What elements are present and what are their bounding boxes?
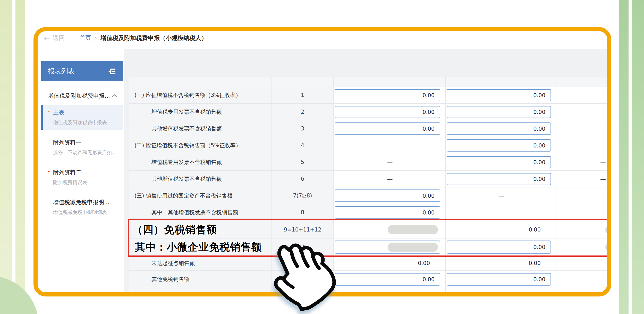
- tutorial-slide: ← 返回 首页 › 增值税及附加税费申报（小规模纳税人） (一) 应征增值税不含…: [0, 0, 644, 314]
- amount-input[interactable]: 0.00: [335, 206, 440, 219]
- dash-placeholder: —: [334, 159, 445, 166]
- row-label: (五) 出口免税销售额: [129, 288, 272, 296]
- value-cell: —: [334, 171, 446, 187]
- value-cell: [334, 221, 446, 238]
- row-label: （四）免税销售额: [129, 221, 272, 238]
- breadcrumb-home-link[interactable]: 首页: [80, 34, 91, 42]
- table-row: (三) 销售使用过的固定资产不含税销售额7(7≥8)0.00—: [129, 187, 611, 204]
- row-number: [272, 77, 334, 87]
- value-cell: —: [446, 204, 556, 221]
- row-label: 其他增值税发票不含税销售额: [129, 171, 272, 187]
- sidebar-header: 报表列表: [41, 61, 123, 81]
- amount-input[interactable]: 0.00: [447, 89, 551, 101]
- value-cell: 0.00: [334, 256, 446, 270]
- right-outer-deco-bar: [632, 0, 644, 314]
- value-cell: 0.00: [334, 271, 446, 288]
- value-cell: [556, 187, 611, 204]
- value-cell: 0.00: [334, 288, 446, 296]
- dash-placeholder: —: [334, 176, 445, 182]
- row-number: 2: [272, 104, 334, 120]
- value-cell: [556, 87, 611, 103]
- dash-placeholder: —: [556, 176, 611, 182]
- sidebar-item-title: 附列资料一: [53, 139, 121, 146]
- value-cell: [556, 238, 611, 256]
- value-cell: 0.00: [446, 221, 556, 238]
- table-row: (一) 应征增值税不含税销售额（3%征收率）10.000.00: [129, 87, 611, 104]
- amount-input[interactable]: 0.00: [335, 122, 440, 135]
- value-cell: 0.00: [446, 104, 556, 120]
- row-label: (一) 应征增值税不含税销售额（3%征收率）: [129, 87, 272, 103]
- amount-input[interactable]: 0.00: [335, 106, 440, 118]
- masked-value: [605, 225, 611, 234]
- value-cell: [446, 77, 556, 87]
- row-number: 5: [272, 154, 334, 170]
- sidebar-item-vat-reduction[interactable]: 增值税减免税申报明... 增值税减免税申报明细表: [41, 195, 123, 219]
- back-arrow-icon[interactable]: ←: [44, 34, 50, 42]
- chevron-up-icon: [112, 94, 117, 98]
- amount-input[interactable]: 0.00: [447, 241, 551, 254]
- value-cell: 0.00: [446, 154, 556, 170]
- value-cell: —: [334, 154, 446, 170]
- table-row: 未达起征点销售额0.000.00: [129, 256, 611, 271]
- declaration-table: (一) 应征增值税不含税销售额（3%征收率）10.000.00增值税专用发票不含…: [129, 77, 611, 296]
- sidebar-item-subtitle: 增值税及附加税费申报表: [53, 119, 121, 126]
- required-mark: *: [47, 169, 50, 176]
- table-row: 增值税专用发票不含税销售额20.000.00: [129, 104, 611, 120]
- amount-value: 0.00: [418, 260, 430, 266]
- left-inner-deco-bar: [15, 0, 25, 314]
- value-cell: [556, 120, 611, 137]
- row-label: [129, 77, 272, 87]
- row-label: 未达起征点销售额: [129, 256, 272, 270]
- amount-input[interactable]: 0.00: [447, 106, 551, 118]
- form-area: (一) 应征增值税不含税销售额（3%征收率）10.000.00增值税专用发票不含…: [124, 49, 611, 296]
- masked-value: [605, 243, 611, 252]
- table-row: [129, 77, 611, 87]
- dash-placeholder: ——: [334, 142, 445, 149]
- right-inner-deco-bar: [619, 0, 629, 314]
- table-row: 其中：其他增值税发票不含税销售额80.00—: [129, 204, 611, 221]
- table-row: 其他增值税发票不含税销售额30.000.00: [129, 120, 611, 137]
- sidebar-item-subtitle: 增值税减免税申报明细表: [53, 209, 121, 216]
- required-mark: *: [47, 109, 50, 116]
- collapse-sidebar-icon[interactable]: [108, 68, 116, 75]
- value-cell: 0.00: [446, 137, 556, 154]
- amount-input[interactable]: 0.00: [335, 89, 440, 101]
- value-cell: 0.00: [334, 204, 446, 221]
- amount-input[interactable]: 0.00: [447, 156, 551, 168]
- row-label: 其中：其他增值税发票不含税销售额: [129, 204, 272, 221]
- value-cell: 0.00: [446, 120, 556, 137]
- sidebar-item-subtitle: 附加税费情况表: [53, 179, 121, 186]
- back-button[interactable]: 返回: [52, 34, 65, 42]
- row-label: (二) 应征增值税不含税销售额（5%征收率）: [129, 137, 272, 154]
- value-cell: [556, 221, 611, 238]
- row-number: 8: [272, 204, 334, 221]
- amount-input[interactable]: 0.00: [335, 189, 440, 202]
- sidebar-item-appendix-2[interactable]: * 附列资料二 附加税费情况表: [41, 165, 123, 189]
- value-cell: —: [446, 187, 556, 204]
- value-cell: [334, 77, 446, 87]
- value-cell: 0.00: [334, 187, 446, 204]
- amount-input[interactable]: 0.00: [447, 273, 551, 286]
- amount-input[interactable]: 0.00: [335, 273, 440, 286]
- dash-placeholder: —: [446, 193, 556, 199]
- left-outer-deco-bar: [0, 0, 12, 314]
- value-cell: [556, 204, 611, 221]
- value-cell: 0.00: [446, 238, 556, 256]
- row-label: 其中：小微企业免税销售额: [129, 238, 272, 256]
- value-cell: 0.00: [446, 256, 556, 270]
- dash-placeholder: —: [446, 209, 556, 216]
- sidebar-group-header[interactable]: 增值税及附加税费申报...: [41, 92, 123, 100]
- row-number: 9=10+11+12: [272, 221, 334, 238]
- value-cell: —: [556, 154, 611, 170]
- amount-input[interactable]: 0.00: [447, 139, 551, 152]
- sidebar-item-main-form[interactable]: * 主表 增值税及附加税费申报表: [41, 105, 123, 130]
- sidebar-item-title: 增值税减免税申报明...: [53, 199, 121, 206]
- table-row: (二) 应征增值税不含税销售额（5%征收率）4——0.00—: [129, 137, 611, 154]
- sidebar-item-appendix-1[interactable]: 附列资料一 服务、不动产和无形资产扣..: [41, 135, 123, 160]
- value-cell: —: [556, 171, 611, 187]
- value-cell: 0.00: [446, 87, 556, 103]
- amount-input[interactable]: 0.00: [447, 122, 551, 135]
- sidebar-item-title: 附列资料二: [53, 169, 121, 176]
- amount-value: 0.00: [418, 293, 430, 296]
- amount-input[interactable]: 0.00: [447, 173, 551, 185]
